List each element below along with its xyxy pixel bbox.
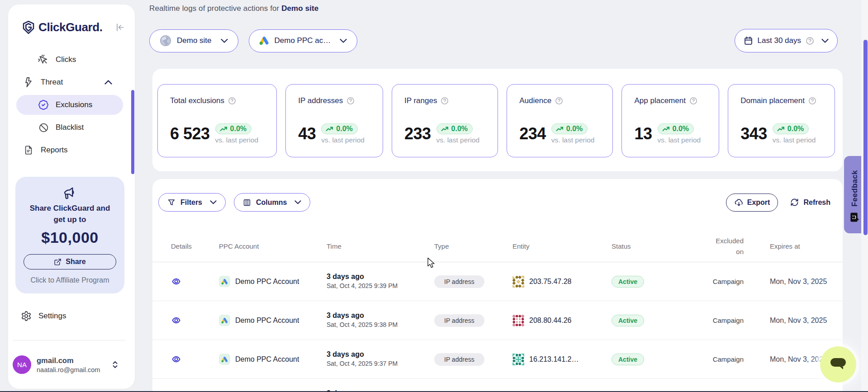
sidebar-item-label: Blacklist (56, 123, 84, 132)
stats-band: Total exclusions6 5230.0%vs. last period… (152, 69, 843, 171)
time-relative: 3 days ago (327, 312, 434, 320)
view-details-eye-icon[interactable] (172, 317, 183, 324)
chat-launcher-button[interactable] (820, 346, 856, 383)
stat-card: Domain placement3430.0%vs. last period (728, 84, 835, 157)
time-absolute: Sat, Oct 4, 2025 9:38 PM (327, 321, 434, 329)
refresh-label: Refresh (803, 198, 830, 207)
page-scrollbar-thumb[interactable] (863, 40, 868, 235)
column-header: Entity (512, 242, 612, 250)
sidebar-item-clicks[interactable]: Clicks (16, 50, 123, 70)
cloud-download-icon (734, 198, 744, 207)
refresh-button[interactable]: Refresh (790, 198, 830, 207)
help-circle-icon (228, 97, 236, 105)
user-account-row[interactable]: NA gmail.com naatali.ro@gmail.com (13, 355, 119, 374)
stat-delta-badge: 0.0% (658, 123, 694, 134)
sidebar-item-exclusions[interactable]: Exclusions (16, 95, 123, 115)
view-details-eye-icon[interactable] (172, 356, 183, 363)
promo-caption: Click to Affiliate Program (15, 276, 124, 284)
column-header: Excluded on (709, 236, 744, 257)
user-texts: gmail.com naatali.ro@gmail.com (37, 356, 100, 373)
logs-panel: Filters Columns (152, 179, 843, 392)
column-header: PPC Account (219, 242, 327, 250)
sidebar-item-reports[interactable]: Reports (16, 140, 123, 160)
filters-label: Filters (180, 198, 202, 207)
chevron-down-icon (221, 39, 228, 43)
subtitle-site-name: Demo site (281, 4, 318, 13)
feedback-label: Feedback (850, 170, 859, 207)
export-button[interactable]: Export (726, 194, 778, 212)
type-cell: IP address (434, 275, 512, 288)
columns-icon (243, 198, 251, 207)
subtitle-prefix: Realtime logs of protective actions for (149, 4, 281, 13)
userback-smiley-icon (849, 212, 860, 222)
stat-title-text: Total exclusions (170, 96, 224, 105)
stat-value-row: 2330.0%vs. last period (404, 123, 489, 144)
stat-caption: vs. last period (436, 136, 480, 144)
stat-delta-column: 0.0%vs. last period (436, 123, 480, 144)
promo-amount: $10,000 (15, 229, 124, 246)
stat-value: 234 (519, 124, 546, 143)
stat-delta-value: 0.0% (673, 125, 689, 133)
sidebar-item-threat[interactable]: Threat (16, 72, 123, 92)
trending-up-icon (326, 127, 333, 132)
entity-cell: 203.75.47.28 (512, 276, 612, 288)
time-cell: 3 days agoSat, Oct 4, 2025 9:39 PM (327, 273, 434, 290)
stat-card-title: Domain placement (740, 96, 825, 105)
help-circle-icon (808, 97, 816, 105)
ppc-account-cell: Demo PPC Account (219, 315, 327, 326)
stat-card-title: IP addresses (298, 96, 374, 105)
account-selector-dropdown[interactable]: Demo PPC ac… (249, 29, 358, 52)
chevrons-up-down-icon[interactable] (112, 361, 119, 368)
stat-caption: vs. last period (773, 136, 816, 144)
trending-up-icon (220, 127, 228, 132)
google-ads-icon (259, 36, 269, 45)
sidebar-scrollbar-thumb[interactable] (131, 90, 134, 174)
logs-table: DetailsPPC AccountTimeTypeEntityStatusEx… (152, 231, 843, 392)
stat-delta-value: 0.0% (566, 125, 583, 133)
sidebar-item-label: Threat (41, 78, 63, 87)
filters-dropdown[interactable]: Filters (158, 193, 226, 212)
ppc-account-name: Demo PPC Account (235, 278, 299, 286)
badge-check-icon (38, 99, 49, 110)
date-range-dropdown[interactable]: Last 30 days (735, 29, 838, 52)
stat-card-title: IP ranges (404, 96, 489, 105)
status-cell: Active (612, 276, 706, 288)
chevron-up-icon[interactable] (104, 80, 112, 85)
status-badge: Active (612, 276, 644, 288)
time-relative: 3 days ago (327, 350, 434, 359)
sidebar-item-label: Exclusions (56, 100, 92, 109)
site-selector-dropdown[interactable]: Demo site (149, 29, 238, 52)
stat-card: Audience2340.0%vs. last period (507, 84, 613, 157)
google-ads-icon (219, 276, 230, 287)
sidebar-collapse-icon[interactable] (115, 23, 125, 32)
expires-at-cell: Mon, Nov 3, 2025 (744, 316, 837, 325)
column-header: Status (612, 242, 706, 250)
stat-value-row: 2340.0%vs. last period (519, 123, 603, 144)
trending-up-icon (777, 127, 785, 132)
stat-delta-column: 0.0%vs. last period (321, 123, 365, 144)
columns-dropdown[interactable]: Columns (234, 193, 310, 212)
sidebar-nav: Clicks Threat Exclusions (8, 50, 135, 160)
stat-delta-value: 0.0% (787, 125, 804, 133)
page-scrollbar-track[interactable] (861, 0, 868, 392)
stat-value-row: 6 5230.0%vs. last period (170, 123, 267, 144)
share-button[interactable]: Share (24, 254, 116, 269)
chevron-down-icon (821, 39, 829, 43)
stat-card: App placement130.0%vs. last period (621, 84, 719, 157)
details-cell (171, 278, 219, 285)
table-row: Demo PPC Account3 days agoSat, Oct 4, 20… (152, 301, 843, 340)
sidebar-item-label: Reports (41, 146, 68, 155)
stat-delta-value: 0.0% (451, 125, 468, 133)
ppc-account-cell: Demo PPC Account (219, 354, 327, 365)
time-relative: 3 days ago (327, 273, 434, 281)
affiliate-promo-card[interactable]: Share ClickGuard andget up to $10,000 Sh… (15, 177, 124, 293)
view-details-eye-icon[interactable] (172, 278, 183, 285)
sidebar-item-settings[interactable]: Settings (21, 306, 66, 326)
stat-caption: vs. last period (215, 136, 259, 144)
account-selector-value: Demo PPC ac… (275, 36, 331, 45)
help-circle-icon (689, 97, 697, 105)
stat-caption: vs. last period (658, 136, 701, 144)
sidebar-item-blacklist[interactable]: Blacklist (16, 118, 123, 137)
zap-icon (23, 77, 34, 88)
entity-cell: 16.213.141.2… (512, 354, 612, 365)
